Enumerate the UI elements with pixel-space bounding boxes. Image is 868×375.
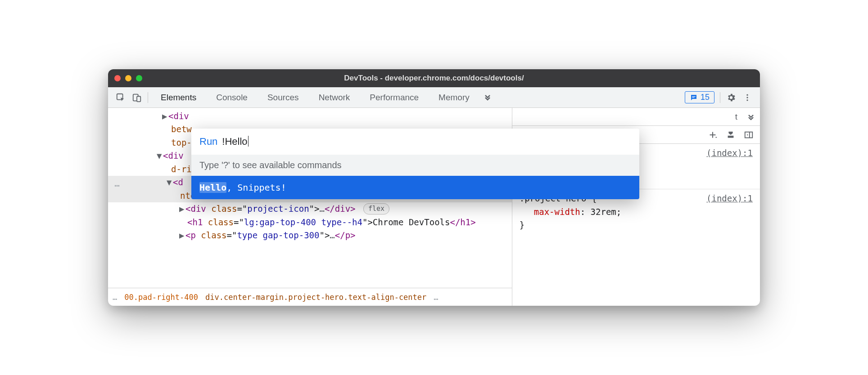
subtab-fragment[interactable]: t	[732, 112, 741, 122]
text-cursor	[248, 136, 249, 147]
window-title: DevTools - developer.chrome.com/docs/dev…	[108, 74, 760, 83]
svg-rect-8	[745, 132, 753, 138]
close-window-button[interactable]	[114, 75, 121, 81]
breadcrumb-ellipsis-left[interactable]: …	[113, 293, 117, 302]
result-rest: , Snippets!	[226, 182, 286, 193]
svg-rect-2	[137, 96, 140, 102]
toggle-common-rendering-icon[interactable]	[726, 130, 736, 140]
svg-rect-3	[692, 96, 696, 97]
kebab-menu-icon[interactable]	[739, 89, 755, 106]
svg-point-7	[746, 99, 748, 101]
dom-line[interactable]: ▶<p class="type gap-top-300">…</p>	[108, 229, 512, 242]
tab-performance-label: Performance	[370, 93, 419, 103]
tabbar-divider	[148, 92, 148, 103]
console-messages-badge[interactable]: 15	[685, 91, 714, 103]
command-prefix: Run	[199, 136, 217, 147]
command-result[interactable]: Hello, Snippets!	[191, 176, 639, 199]
dom-gutter: ⋯	[108, 108, 126, 192]
svg-rect-4	[692, 97, 694, 98]
svg-point-5	[746, 94, 748, 95]
settings-icon[interactable]	[723, 89, 739, 106]
command-input[interactable]: Run !Hello	[191, 129, 639, 155]
titlebar: DevTools - developer.chrome.com/docs/dev…	[108, 69, 760, 87]
breadcrumb[interactable]: … 00.pad-right-400 div.center-margin.pro…	[108, 288, 512, 306]
tab-memory-label: Memory	[439, 93, 470, 103]
svg-point-6	[746, 97, 748, 98]
result-highlight: Hello	[199, 182, 226, 193]
more-tabs-icon[interactable]	[479, 89, 496, 106]
tab-memory[interactable]: Memory	[429, 87, 479, 107]
content-area: ⋯ ▶<div betw top- ▼<div d-ri ▼<d	[108, 108, 760, 306]
message-count: 15	[701, 93, 710, 102]
message-icon	[690, 94, 698, 102]
tab-sources[interactable]: Sources	[258, 87, 309, 107]
source-file-link[interactable]: (index):1	[706, 192, 753, 205]
maximize-window-button[interactable]	[136, 75, 142, 81]
more-subtabs-icon[interactable]	[746, 109, 755, 125]
styles-subtabs: t	[512, 108, 760, 126]
main-tabbar: Elements Console Sources Network Perform…	[108, 87, 760, 108]
command-hint: Type '?' to see available commands	[191, 155, 639, 176]
minimize-window-button[interactable]	[125, 75, 131, 81]
inspect-element-icon[interactable]	[113, 89, 129, 106]
breadcrumb-ellipsis-right[interactable]: …	[434, 293, 438, 302]
devtools-window: DevTools - developer.chrome.com/docs/dev…	[108, 69, 760, 306]
breadcrumb-item[interactable]: div.center-margin.project-hero.text-alig…	[205, 293, 426, 302]
dom-line[interactable]: <h1 class="lg:gap-top-400 type--h4">Chro…	[108, 216, 512, 229]
new-style-rule-icon[interactable]	[708, 130, 718, 140]
dom-line[interactable]: ▶<div	[108, 110, 512, 123]
tab-elements[interactable]: Elements	[151, 87, 206, 107]
tab-elements-label: Elements	[161, 93, 196, 103]
tab-network[interactable]: Network	[309, 87, 360, 107]
tab-console-label: Console	[216, 93, 248, 103]
tab-sources-label: Sources	[267, 93, 299, 103]
toggle-sidebar-icon[interactable]	[744, 130, 754, 140]
command-query: !Hello	[222, 136, 248, 147]
source-file-link[interactable]: (index):1	[706, 147, 753, 160]
dom-line[interactable]: ▶<div class="project-icon">…</div> flex	[108, 202, 512, 215]
command-palette: Run !Hello Type '?' to see available com…	[191, 129, 639, 199]
device-toolbar-icon[interactable]	[129, 89, 145, 106]
traffic-lights	[114, 75, 142, 81]
breadcrumb-item[interactable]: 00.pad-right-400	[124, 293, 198, 302]
tab-network-label: Network	[319, 93, 350, 103]
tab-performance[interactable]: Performance	[360, 87, 429, 107]
tabbar-divider-2	[720, 92, 720, 103]
tab-console[interactable]: Console	[206, 87, 258, 107]
flex-badge[interactable]: flex	[363, 203, 389, 214]
